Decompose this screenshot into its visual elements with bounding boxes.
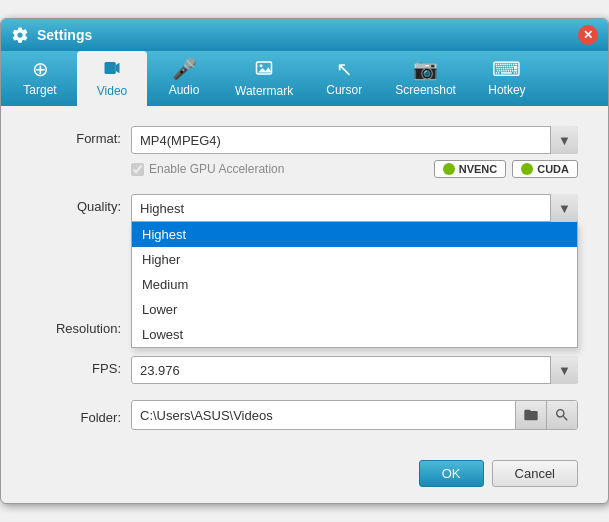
- watermark-icon: [253, 59, 275, 80]
- cuda-badge: CUDA: [512, 160, 578, 178]
- close-button[interactable]: ✕: [578, 25, 598, 45]
- title-bar: Settings ✕: [1, 19, 608, 51]
- nvenc-badge: NVENC: [434, 160, 507, 178]
- screenshot-icon: 📷: [413, 59, 438, 79]
- gpu-row: Enable GPU Acceleration NVENC CUDA: [131, 160, 578, 178]
- hotkey-icon: ⌨: [492, 59, 521, 79]
- fps-label: FPS:: [31, 356, 121, 376]
- cursor-icon: ↖: [336, 59, 353, 79]
- nvenc-dot: [443, 163, 455, 175]
- tab-target[interactable]: ⊕ Target: [5, 51, 75, 106]
- quality-option-medium[interactable]: Medium: [132, 272, 577, 297]
- fps-select[interactable]: 23.976: [131, 356, 578, 384]
- footer: OK Cancel: [1, 450, 608, 503]
- folder-search-button[interactable]: [546, 401, 577, 429]
- target-icon: ⊕: [32, 59, 49, 79]
- cancel-button[interactable]: Cancel: [492, 460, 578, 487]
- gpu-checkbox-label: Enable GPU Acceleration: [131, 162, 284, 176]
- settings-icon: [11, 26, 29, 44]
- quality-option-lowest[interactable]: Lowest: [132, 322, 577, 347]
- quality-row: Quality: Highest ▼ Highest Higher Medium…: [31, 194, 578, 222]
- tab-watermark-label: Watermark: [235, 84, 293, 98]
- ok-button[interactable]: OK: [419, 460, 484, 487]
- svg-marker-4: [258, 67, 272, 72]
- fps-row: FPS: 23.976 ▼: [31, 356, 578, 384]
- fps-select-wrap: 23.976 ▼: [131, 356, 578, 384]
- folder-icon: [523, 407, 539, 423]
- cuda-dot: [521, 163, 533, 175]
- gpu-label-text: Enable GPU Acceleration: [149, 162, 284, 176]
- gpu-badges: NVENC CUDA: [434, 160, 578, 178]
- search-icon: [554, 407, 570, 423]
- tab-cursor-label: Cursor: [326, 83, 362, 97]
- folder-row: Folder:: [31, 400, 578, 430]
- format-label: Format:: [31, 126, 121, 146]
- tab-hotkey[interactable]: ⌨ Hotkey: [472, 51, 542, 106]
- format-select[interactable]: MP4(MPEG4): [131, 126, 578, 154]
- tab-hotkey-label: Hotkey: [488, 83, 525, 97]
- format-field: MP4(MPEG4) ▼ Enable GPU Acceleration NVE…: [131, 126, 578, 178]
- tab-audio[interactable]: 🎤 Audio: [149, 51, 219, 106]
- cuda-label: CUDA: [537, 163, 569, 175]
- tab-screenshot[interactable]: 📷 Screenshot: [381, 51, 470, 106]
- quality-select-header[interactable]: Highest ▼: [131, 194, 578, 222]
- quality-arrow-icon: ▼: [550, 194, 578, 222]
- format-row: Format: MP4(MPEG4) ▼ Enable GPU Accelera…: [31, 126, 578, 178]
- tab-watermark[interactable]: Watermark: [221, 51, 307, 106]
- folder-label: Folder:: [31, 405, 121, 425]
- quality-option-higher[interactable]: Higher: [132, 247, 577, 272]
- folder-input[interactable]: [132, 401, 515, 429]
- folder-browse-button[interactable]: [515, 401, 546, 429]
- title-bar-left: Settings: [11, 26, 92, 44]
- tab-target-label: Target: [23, 83, 56, 97]
- video-icon: [101, 59, 123, 80]
- window-title: Settings: [37, 27, 92, 43]
- gpu-checkbox: [131, 163, 144, 176]
- audio-icon: 🎤: [172, 59, 197, 79]
- tab-video-label: Video: [97, 84, 127, 98]
- svg-marker-1: [116, 63, 120, 74]
- tab-cursor[interactable]: ↖ Cursor: [309, 51, 379, 106]
- quality-label: Quality:: [31, 194, 121, 214]
- settings-window: Settings ✕ ⊕ Target Video 🎤 Audio: [0, 18, 609, 504]
- quality-option-highest[interactable]: Highest: [132, 222, 577, 247]
- tab-audio-label: Audio: [169, 83, 200, 97]
- quality-option-lower[interactable]: Lower: [132, 297, 577, 322]
- tab-bar: ⊕ Target Video 🎤 Audio: [1, 51, 608, 106]
- content-area: Format: MP4(MPEG4) ▼ Enable GPU Accelera…: [1, 106, 608, 450]
- tab-video[interactable]: Video: [77, 51, 147, 106]
- format-select-wrap: MP4(MPEG4) ▼: [131, 126, 578, 154]
- svg-rect-0: [105, 62, 116, 74]
- tab-screenshot-label: Screenshot: [395, 83, 456, 97]
- quality-selected-value: Highest: [140, 201, 184, 216]
- quality-dropdown-list: Highest Higher Medium Lower Lowest: [131, 222, 578, 348]
- svg-point-3: [260, 64, 263, 67]
- folder-input-wrap: [131, 400, 578, 430]
- resolution-label: Resolution:: [31, 316, 121, 336]
- nvenc-label: NVENC: [459, 163, 498, 175]
- quality-container: Highest ▼ Highest Higher Medium Lower Lo…: [131, 194, 578, 222]
